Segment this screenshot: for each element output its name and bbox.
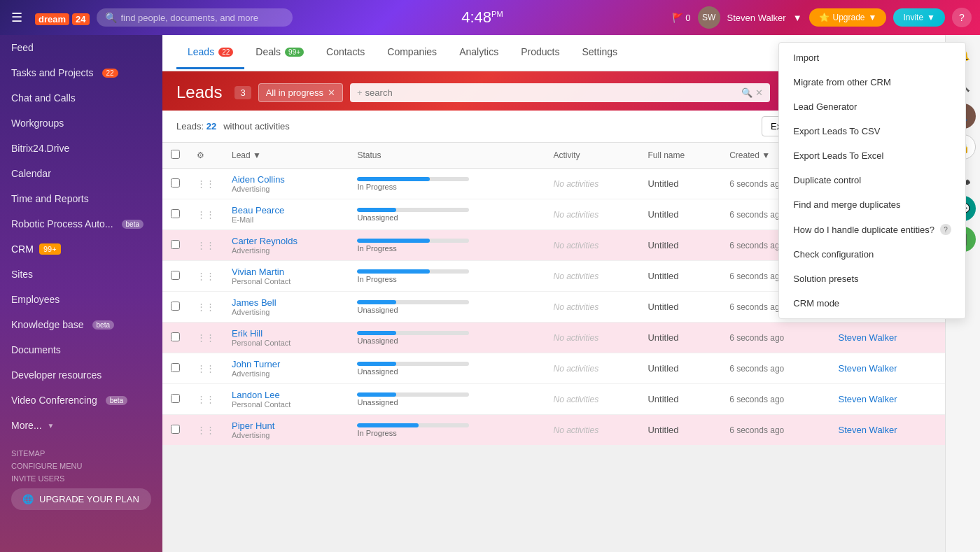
row-checkbox-0[interactable]: [171, 178, 180, 187]
resp-name[interactable]: Steven Walker: [839, 394, 897, 404]
user-dropdown-icon[interactable]: ▼: [793, 13, 802, 23]
filter-chip-in-progress[interactable]: All in progress ✕: [258, 83, 343, 102]
th-lead[interactable]: Lead ▼: [223, 143, 349, 169]
status-bar-fill: [357, 362, 396, 366]
drag-handle-icon[interactable]: ⋮⋮: [197, 178, 215, 189]
row-checkbox-1[interactable]: [171, 209, 180, 218]
resp-name[interactable]: Steven Walker: [839, 425, 897, 435]
without-activities-label: without activities: [223, 121, 290, 132]
tab-analytics[interactable]: Analytics: [448, 36, 510, 69]
lead-name[interactable]: Aiden Collins: [232, 174, 340, 185]
sidebar-item-knowledge[interactable]: Knowledge base beta: [0, 312, 162, 337]
dropdown-export-excel[interactable]: Export Leads To Excel: [779, 143, 945, 168]
dropdown-check-config[interactable]: Check configuration: [779, 242, 945, 267]
dropdown-merge-duplicates[interactable]: Find and merge duplicates: [779, 192, 945, 217]
tab-products[interactable]: Products: [510, 36, 570, 69]
row-checkbox-5[interactable]: [171, 332, 180, 341]
invite-users-link[interactable]: INVITE USERS: [11, 474, 151, 483]
configure-menu-link[interactable]: CONFIGURE MENU: [11, 462, 151, 470]
drag-handle-icon[interactable]: ⋮⋮: [197, 363, 215, 374]
upgrade-button[interactable]: ⭐ Upgrade ▼: [809, 8, 887, 27]
dropdown-solution-presets[interactable]: Solution presets: [779, 267, 945, 291]
sidebar-item-video[interactable]: Video Conferencing beta: [0, 388, 162, 413]
dropdown-crm-mode[interactable]: CRM mode: [779, 291, 945, 316]
lead-name[interactable]: Piper Hunt: [232, 420, 340, 431]
sidebar-item-sites[interactable]: Sites: [0, 262, 162, 287]
upgrade-plan-icon: 🌐: [22, 494, 34, 504]
row-checkbox-2[interactable]: [171, 240, 180, 249]
row-checkbox-7[interactable]: [171, 394, 180, 403]
search-filter-icon[interactable]: 🔍: [741, 87, 752, 98]
drag-handle-icon[interactable]: ⋮⋮: [197, 209, 215, 220]
dropdown-migrate[interactable]: Migrate from other CRM: [779, 70, 945, 94]
drag-handle-icon[interactable]: ⋮⋮: [197, 240, 215, 250]
lead-name[interactable]: James Bell: [232, 297, 340, 308]
dropdown-lead-generator[interactable]: Lead Generator: [779, 94, 945, 119]
avatar: SW: [698, 6, 720, 29]
row-resp-cell: Steven Walker: [830, 323, 945, 353]
row-checkbox-3[interactable]: [171, 271, 180, 280]
drag-handle-icon[interactable]: ⋮⋮: [197, 394, 215, 404]
search-filter-close[interactable]: ✕: [755, 87, 763, 98]
leads-search-input[interactable]: [365, 87, 741, 98]
dropdown-export-csv[interactable]: Export Leads To CSV: [779, 119, 945, 143]
help-button[interactable]: ?: [952, 8, 972, 27]
lead-name[interactable]: Landon Lee: [232, 390, 340, 400]
sitemap-link[interactable]: SITEMAP: [11, 449, 151, 458]
lead-name[interactable]: Vivian Martin: [232, 267, 340, 277]
sidebar-item-rpa[interactable]: Robotic Process Auto... beta: [0, 211, 162, 236]
dropdown-handle-duplicates[interactable]: How do I handle duplicate entities? ?: [779, 217, 945, 242]
lead-name[interactable]: Erik Hill: [232, 328, 340, 339]
sidebar-item-workgroups[interactable]: Workgroups: [0, 111, 162, 136]
tab-companies[interactable]: Companies: [376, 36, 448, 69]
status-bar-fill: [357, 392, 396, 397]
upgrade-plan-button[interactable]: 🌐 UPGRADE YOUR PLAN: [11, 488, 151, 510]
row-checkbox-8[interactable]: [171, 425, 180, 434]
sidebar-item-crm[interactable]: CRM 99+: [0, 236, 162, 262]
resp-name[interactable]: Steven Walker: [839, 363, 897, 374]
sidebar-item-documents[interactable]: Documents: [0, 337, 162, 362]
created-time: 6 seconds ago: [729, 302, 784, 312]
lead-name[interactable]: Carter Reynolds: [232, 236, 340, 246]
search-input[interactable]: [121, 13, 284, 23]
filter-chip-close[interactable]: ✕: [328, 87, 335, 98]
th-fullname[interactable]: Full name: [639, 143, 721, 169]
sidebar-item-employees[interactable]: Employees: [0, 287, 162, 312]
flag-button[interactable]: 🚩 0: [672, 13, 690, 23]
resp-name[interactable]: Steven Walker: [839, 332, 897, 343]
sidebar-item-feed[interactable]: Feed: [0, 35, 162, 60]
lead-name[interactable]: Beau Pearce: [232, 205, 340, 215]
th-activity[interactable]: Activity: [545, 143, 640, 169]
table-row: ⋮⋮ John Turner Advertising Unassigned No…: [162, 353, 945, 384]
drag-handle-icon[interactable]: ⋮⋮: [197, 302, 215, 312]
sidebar-item-developer[interactable]: Developer resources: [0, 362, 162, 388]
sidebar-item-calendar[interactable]: Calendar: [0, 161, 162, 186]
tab-settings[interactable]: Settings: [570, 36, 629, 69]
user-name[interactable]: Steven Walker: [727, 13, 786, 23]
tab-leads[interactable]: Leads 22: [176, 36, 244, 69]
sidebar-item-tasks[interactable]: Tasks and Projects 22: [0, 60, 162, 85]
row-checkbox-6[interactable]: [171, 363, 180, 372]
drag-handle-icon[interactable]: ⋮⋮: [197, 332, 215, 343]
row-checkbox-4[interactable]: [171, 302, 180, 311]
drag-handle-icon[interactable]: ⋮⋮: [197, 425, 215, 435]
global-search-bar[interactable]: 🔍: [97, 8, 293, 27]
dropdown-import[interactable]: Import: [779, 45, 945, 70]
tab-deals[interactable]: Deals 99+: [244, 36, 315, 69]
select-all-checkbox[interactable]: [171, 150, 180, 159]
sidebar-item-time[interactable]: Time and Reports: [0, 186, 162, 211]
status-bar: [357, 392, 469, 397]
drag-handle-icon[interactable]: ⋮⋮: [197, 271, 215, 281]
invite-button[interactable]: Invite ▼: [893, 8, 945, 27]
gear-col-icon[interactable]: ⚙: [197, 150, 204, 160]
hamburger-button[interactable]: ☰: [8, 7, 25, 28]
th-status[interactable]: Status: [349, 143, 545, 169]
sidebar-item-chat[interactable]: Chat and Calls: [0, 85, 162, 111]
sidebar-item-more[interactable]: More... ▼: [0, 413, 162, 438]
leads-search-filter[interactable]: + 🔍 ✕: [350, 83, 770, 102]
tab-contacts[interactable]: Contacts: [315, 36, 376, 69]
row-checkbox-cell: [162, 353, 188, 384]
lead-name[interactable]: John Turner: [232, 359, 340, 369]
sidebar-item-drive[interactable]: Bitrix24.Drive: [0, 136, 162, 161]
dropdown-duplicate-control[interactable]: Duplicate control: [779, 168, 945, 192]
